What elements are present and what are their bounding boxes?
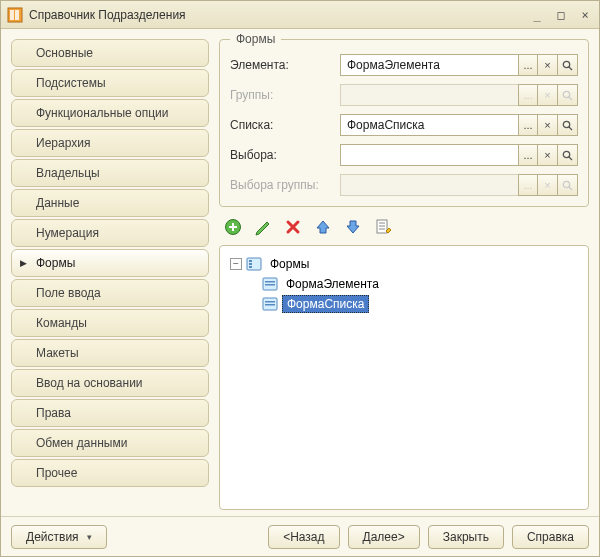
svg-point-7 <box>563 121 569 127</box>
clear-button: × <box>538 174 558 196</box>
move-down-icon[interactable] <box>343 217 363 237</box>
footer: Действия <Назад Далее> Закрыть Справка <box>1 516 599 556</box>
window-controls: _ □ × <box>529 7 593 23</box>
open-button[interactable] <box>558 144 578 166</box>
actions-button[interactable]: Действия <box>11 525 107 549</box>
svg-line-6 <box>569 97 572 100</box>
clear-button[interactable]: × <box>538 54 558 76</box>
tree-item[interactable]: ФормаСписка <box>226 294 582 314</box>
sidebar-item-main[interactable]: Основные <box>11 39 209 67</box>
delete-icon[interactable] <box>283 217 303 237</box>
open-button <box>558 174 578 196</box>
clear-button[interactable]: × <box>538 144 558 166</box>
next-button[interactable]: Далее> <box>348 525 420 549</box>
svg-rect-19 <box>249 260 252 262</box>
help-button[interactable]: Справка <box>512 525 589 549</box>
label-element: Элемента: <box>230 58 340 72</box>
row-list: Списка: ... × <box>230 114 578 136</box>
edit-icon[interactable] <box>253 217 273 237</box>
sidebar-item-label: Функциональные опции <box>36 106 169 120</box>
forms-group-title: Формы <box>230 32 281 46</box>
move-up-icon[interactable] <box>313 217 333 237</box>
maximize-button[interactable]: □ <box>553 7 569 23</box>
tree-toggle-icon[interactable]: − <box>230 258 242 270</box>
input-choice[interactable] <box>340 144 518 166</box>
svg-line-12 <box>569 187 572 190</box>
select-button[interactable]: ... <box>518 54 538 76</box>
svg-rect-2 <box>15 10 19 20</box>
sidebar-item-input-field[interactable]: Поле ввода <box>11 279 209 307</box>
clear-button[interactable]: × <box>538 114 558 136</box>
tree-root-row[interactable]: − Формы <box>226 254 582 274</box>
svg-rect-21 <box>249 266 252 268</box>
properties-icon[interactable] <box>373 217 393 237</box>
sidebar-item-label: Ввод на основании <box>36 376 143 390</box>
forms-group: Формы Элемента: ... × Группы: <box>219 39 589 207</box>
tree-item-label: ФормаЭлемента <box>282 276 383 292</box>
sidebar-item-subsystems[interactable]: Подсистемы <box>11 69 209 97</box>
svg-point-3 <box>563 61 569 67</box>
forms-toolbar <box>219 207 589 243</box>
select-button[interactable]: ... <box>518 114 538 136</box>
sidebar-item-label: Макеты <box>36 346 79 360</box>
sidebar-item-label: Данные <box>36 196 79 210</box>
form-icon <box>262 296 278 312</box>
sidebar-item-data-exchange[interactable]: Обмен данными <box>11 429 209 457</box>
svg-rect-26 <box>265 301 275 303</box>
sidebar-item-label: Обмен данными <box>36 436 127 450</box>
window-title: Справочник Подразделения <box>29 8 529 22</box>
sidebar-item-other[interactable]: Прочее <box>11 459 209 487</box>
svg-rect-1 <box>10 10 14 20</box>
open-button[interactable] <box>558 114 578 136</box>
svg-point-9 <box>563 151 569 157</box>
form-rows: Элемента: ... × Группы: ... <box>230 54 578 196</box>
sidebar-item-hierarchy[interactable]: Иерархия <box>11 129 209 157</box>
row-choice: Выбора: ... × <box>230 144 578 166</box>
row-element: Элемента: ... × <box>230 54 578 76</box>
sidebar-item-numbering[interactable]: Нумерация <box>11 219 209 247</box>
svg-rect-27 <box>265 304 275 306</box>
folder-icon <box>246 256 262 272</box>
minimize-button[interactable]: _ <box>529 7 545 23</box>
close-button[interactable]: Закрыть <box>428 525 504 549</box>
close-button[interactable]: × <box>577 7 593 23</box>
sidebar-item-functional-options[interactable]: Функциональные опции <box>11 99 209 127</box>
sidebar-item-label: Иерархия <box>36 136 90 150</box>
select-button[interactable]: ... <box>518 144 538 166</box>
tree-item[interactable]: ФормаЭлемента <box>226 274 582 294</box>
sidebar-item-label: Нумерация <box>36 226 99 240</box>
back-button[interactable]: <Назад <box>268 525 339 549</box>
tree-root-label: Формы <box>266 256 313 272</box>
svg-rect-23 <box>265 281 275 283</box>
label-group: Группы: <box>230 88 340 102</box>
label-list: Списка: <box>230 118 340 132</box>
input-element[interactable] <box>340 54 518 76</box>
label-choice: Выбора: <box>230 148 340 162</box>
open-button[interactable] <box>558 54 578 76</box>
main-panel: Формы Элемента: ... × Группы: <box>219 39 589 510</box>
svg-line-4 <box>569 67 572 70</box>
sidebar-item-rights[interactable]: Права <box>11 399 209 427</box>
sidebar-item-label: Подсистемы <box>36 76 106 90</box>
clear-button: × <box>538 84 558 106</box>
sidebar-item-forms[interactable]: Формы <box>11 249 209 277</box>
sidebar-item-layouts[interactable]: Макеты <box>11 339 209 367</box>
sidebar-item-owners[interactable]: Владельцы <box>11 159 209 187</box>
app-icon <box>7 7 23 23</box>
sidebar-item-data[interactable]: Данные <box>11 189 209 217</box>
select-button: ... <box>518 174 538 196</box>
add-icon[interactable] <box>223 217 243 237</box>
sidebar-item-label: Основные <box>36 46 93 60</box>
sidebar-item-commands[interactable]: Команды <box>11 309 209 337</box>
titlebar: Справочник Подразделения _ □ × <box>1 1 599 29</box>
sidebar-item-input-by-basis[interactable]: Ввод на основании <box>11 369 209 397</box>
forms-tree: − Формы ФормаЭлемента ФормаСп <box>219 245 589 510</box>
select-button: ... <box>518 84 538 106</box>
svg-rect-24 <box>265 284 275 286</box>
input-list[interactable] <box>340 114 518 136</box>
row-group-choice: Выбора группы: ... × <box>230 174 578 196</box>
sidebar-item-label: Формы <box>36 256 75 270</box>
label-group-choice: Выбора группы: <box>230 178 340 192</box>
tree-item-label: ФормаСписка <box>282 295 369 313</box>
sidebar-item-label: Прочее <box>36 466 77 480</box>
